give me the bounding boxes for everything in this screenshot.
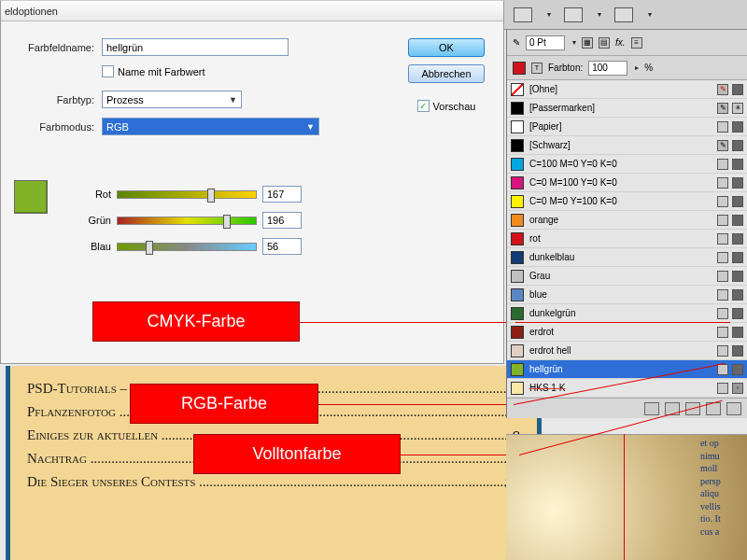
green-label: Grün bbox=[85, 215, 111, 226]
swatch-name: blue bbox=[529, 289, 547, 300]
panel-icon[interactable]: ▦ bbox=[582, 37, 593, 49]
swatch-mode-indicator bbox=[732, 215, 743, 226]
swatch-indicator bbox=[717, 196, 728, 207]
text-icon[interactable]: T bbox=[531, 63, 543, 74]
tint-input[interactable] bbox=[588, 61, 627, 76]
swatch-mode-indicator bbox=[732, 177, 743, 189]
swatch-row[interactable]: C=0 M=0 Y=100 K=0 bbox=[507, 192, 747, 211]
panel-icon[interactable]: ≡ bbox=[631, 37, 642, 49]
preview-label: Vorschau bbox=[433, 101, 476, 112]
blue-slider[interactable] bbox=[117, 243, 257, 251]
footer-icon[interactable] bbox=[644, 402, 659, 415]
swatch-mode-indicator: ◦ bbox=[732, 383, 743, 394]
swatch-name: [Schwarz] bbox=[529, 140, 571, 150]
swatch-name: HKS 1 K bbox=[529, 383, 565, 393]
swatch-name: orange bbox=[529, 215, 558, 225]
swatch-row[interactable]: orange bbox=[507, 211, 747, 230]
swatch-row[interactable]: C=0 M=100 Y=0 K=0 bbox=[507, 174, 747, 192]
swatch-chip bbox=[511, 251, 524, 264]
swatch-indicator bbox=[717, 271, 728, 282]
swatch-row[interactable]: erdrot bbox=[507, 323, 747, 342]
swatch-row[interactable]: [Schwarz]✎ bbox=[507, 136, 747, 155]
toolbar-icon[interactable] bbox=[564, 7, 583, 22]
swatch-mode-indicator bbox=[732, 233, 743, 245]
swatch-indicator: ✎ bbox=[717, 103, 728, 114]
swatch-chip bbox=[511, 307, 524, 320]
swatch-row[interactable]: [Ohne]✎ bbox=[507, 80, 747, 99]
swatch-indicator: ✎ bbox=[717, 84, 728, 95]
swatch-mode-indicator bbox=[732, 308, 743, 319]
type-label: Farbtyp: bbox=[14, 94, 94, 105]
swatch-name: C=0 M=0 Y=100 K=0 bbox=[529, 196, 617, 206]
swatch-row[interactable]: erdrot hell bbox=[507, 342, 747, 360]
swatch-mode-indicator bbox=[732, 196, 743, 207]
swatch-name-input[interactable] bbox=[102, 38, 289, 56]
red-value-input[interactable] bbox=[262, 186, 302, 203]
swatch-mode-indicator bbox=[732, 271, 743, 282]
swatch-row[interactable]: hellgrün bbox=[507, 360, 747, 379]
swatch-mode-indicator bbox=[732, 345, 743, 357]
swatch-row[interactable]: rot bbox=[507, 230, 747, 248]
app-toolbar-fragment: ▾ ▾ ▾ bbox=[504, 0, 747, 30]
swatch-indicator bbox=[717, 308, 728, 319]
swatch-indicator bbox=[717, 383, 728, 394]
swatches-panel: ✎ ▾ ▦ ▤ fx. ≡ T Farbton: ▸ % [Ohne]✎[Pas… bbox=[506, 30, 747, 418]
red-label: Rot bbox=[85, 189, 111, 200]
swatch-indicator bbox=[717, 215, 728, 226]
swatch-row[interactable]: [Passermarken]✎✳ bbox=[507, 99, 747, 118]
color-type-dropdown[interactable]: Prozess▼ bbox=[102, 91, 242, 108]
guide-line bbox=[624, 434, 625, 560]
swatch-name: dunkelgrün bbox=[529, 308, 575, 318]
mode-label: Farbmodus: bbox=[14, 121, 94, 133]
fill-proxy[interactable] bbox=[513, 62, 526, 75]
swatch-name: [Ohne] bbox=[529, 84, 557, 94]
swatch-mode-indicator bbox=[732, 289, 743, 301]
blue-value-input[interactable] bbox=[262, 238, 302, 255]
swatch-chip bbox=[511, 382, 524, 395]
swatch-chip bbox=[511, 139, 524, 152]
swatch-indicator bbox=[717, 364, 728, 375]
swatch-name: C=100 M=0 Y=0 K=0 bbox=[529, 159, 617, 169]
text-fragment: et opnimumollperspaliquvellistio. Itcus … bbox=[700, 437, 745, 538]
swatch-mode-indicator bbox=[732, 121, 743, 133]
tint-label: Farbton: bbox=[548, 63, 583, 73]
chevron-down-icon: ▼ bbox=[306, 122, 315, 132]
toolbar-icon[interactable] bbox=[514, 7, 532, 22]
swatch-name: C=0 M=100 Y=0 K=0 bbox=[529, 177, 617, 188]
swatch-row[interactable]: C=100 M=0 Y=0 K=0 bbox=[507, 155, 747, 174]
swatch-name: [Passermarken] bbox=[529, 103, 595, 113]
green-slider[interactable] bbox=[117, 217, 257, 225]
color-preview-swatch bbox=[14, 180, 48, 214]
swatch-chip bbox=[511, 344, 524, 357]
swatch-mode-indicator bbox=[732, 252, 743, 263]
swatch-chip bbox=[511, 120, 524, 133]
red-slider[interactable] bbox=[117, 190, 257, 199]
trash-button[interactable] bbox=[726, 402, 741, 415]
green-value-input[interactable] bbox=[262, 212, 302, 229]
ok-button[interactable]: OK bbox=[408, 38, 485, 57]
panel-footer bbox=[507, 398, 747, 418]
toolbar-icon[interactable] bbox=[614, 7, 633, 22]
swatch-chip bbox=[511, 195, 524, 208]
swatch-chip bbox=[511, 158, 524, 171]
swatch-mode-indicator bbox=[732, 327, 743, 338]
swatch-indicator bbox=[717, 252, 728, 263]
swatch-row[interactable]: dunkelgrün bbox=[507, 304, 747, 323]
swatch-row[interactable]: blue bbox=[507, 286, 747, 304]
cancel-button[interactable]: Abbrechen bbox=[408, 64, 485, 83]
swatch-row[interactable]: dunkelblau bbox=[507, 248, 747, 267]
swatch-chip bbox=[511, 326, 524, 339]
stroke-weight-input[interactable] bbox=[526, 35, 565, 50]
callout-cmyk: CMYK-Farbe bbox=[93, 302, 299, 341]
preview-checkbox[interactable]: ✓ bbox=[417, 100, 430, 112]
swatch-mode-indicator bbox=[732, 364, 743, 375]
color-mode-dropdown[interactable]: RGB▼ bbox=[102, 118, 319, 135]
swatch-mode-indicator bbox=[732, 84, 743, 95]
swatch-mode-indicator bbox=[732, 159, 743, 170]
name-with-value-checkbox[interactable] bbox=[102, 65, 114, 77]
callout-rgb: RGB-Farbe bbox=[131, 385, 317, 423]
eyedropper-icon[interactable]: ✎ bbox=[513, 37, 520, 48]
swatch-row[interactable]: Grau bbox=[507, 267, 747, 286]
panel-icon[interactable]: ▤ bbox=[599, 37, 610, 49]
swatch-row[interactable]: [Papier] bbox=[507, 118, 747, 136]
